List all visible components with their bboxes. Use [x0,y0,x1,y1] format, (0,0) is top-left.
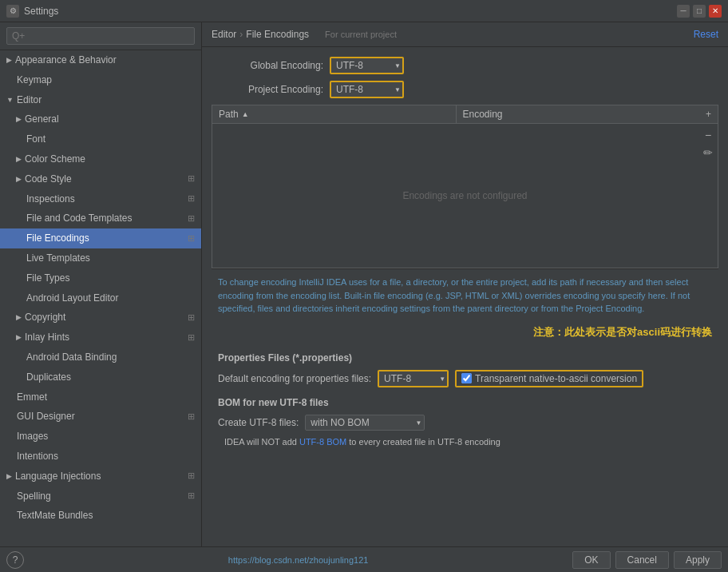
project-encoding-select[interactable]: UTF-8UTF-16ISO-8859-1GBKGB2312Big5 [330,81,404,98]
settings-icon: ⊞ [188,312,195,324]
sidebar-item-color-scheme[interactable]: ▶Color Scheme [0,149,201,169]
transparent-conversion-checkbox[interactable] [461,373,472,383]
sidebar-item-inspections[interactable]: Inspections⊞ [0,189,201,209]
project-encoding-row: Project Encoding: UTF-8UTF-16ISO-8859-1G… [212,81,718,98]
close-button[interactable]: ✕ [709,5,722,18]
transparent-conversion-wrapper: Transparent native-to-ascii conversion [455,370,643,387]
annotation-text: 注意：此处表示是否对ascii码进行转换 [212,322,718,343]
table-col-encoding: Encoding [457,105,700,123]
props-encoding-select[interactable]: UTF-8UTF-16ISO-8859-1GBKGB2312Big5 [378,370,449,387]
global-encoding-select-wrapper: UTF-8UTF-16ISO-8859-1GBKGB2312Big5 [330,57,404,74]
ok-button[interactable]: OK [572,551,610,569]
bom-section: BOM for new UTF-8 files Create UTF-8 fil… [212,397,718,448]
table-col-path: Path ▲ [212,105,457,123]
sidebar-item-spelling[interactable]: Spelling⊞ [0,487,201,506]
default-encoding-label: Default encoding for properties files: [218,373,371,384]
global-encoding-select[interactable]: UTF-8UTF-16ISO-8859-1GBKGB2312Big5 [330,57,404,74]
breadcrumb-separator: › [239,29,243,40]
sidebar-item-label: Android Layout Editor [26,292,118,305]
maximize-button[interactable]: □ [693,5,706,18]
sidebar-item-editor[interactable]: ▼Editor [0,90,201,110]
sidebar-item-keymap[interactable]: Keymap [0,70,201,90]
project-encoding-label: Project Encoding: [212,84,323,95]
sidebar-item-label: TextMate Bundles [17,509,93,522]
minimize-button[interactable]: ─ [677,5,690,18]
content-area: Editor › File Encodings For current proj… [202,22,728,546]
sidebar-item-copyright[interactable]: ▶Copyright⊞ [0,308,201,328]
sidebar-item-label: Inspections [26,193,75,206]
sidebar-item-file-code-templates[interactable]: File and Code Templates⊞ [0,209,201,228]
table-add-button[interactable]: + [699,105,718,123]
bom-select[interactable]: with NO BOMwith BOMalways add BOM [305,415,425,431]
cancel-button[interactable]: Cancel [615,551,669,569]
breadcrumb: Editor › File Encodings For current proj… [212,29,694,40]
expand-arrow: ▶ [16,332,22,343]
table-header: Path ▲ Encoding + [212,105,718,124]
bom-select-wrapper: with NO BOMwith BOMalways add BOM [305,415,425,431]
sidebar-item-label: Images [17,430,48,443]
breadcrumb-root: Editor [212,29,236,40]
bom-section-title: BOM for new UTF-8 files [218,397,712,408]
sidebar-item-code-style[interactable]: ▶Code Style⊞ [0,169,201,189]
sidebar-item-file-types[interactable]: File Types [0,268,201,288]
search-box [0,22,201,50]
sidebar-item-android-layout[interactable]: Android Layout Editor [0,288,201,308]
content-body: Global Encoding: UTF-8UTF-16ISO-8859-1GB… [202,47,728,546]
sidebar-item-duplicates[interactable]: Duplicates [0,367,201,387]
title-bar: ⚙ Settings ─ □ ✕ [0,0,728,22]
sidebar-item-label: GUI Designer [17,410,75,423]
breadcrumb-current: File Encodings [246,29,309,40]
settings-icon: ⊞ [188,173,195,185]
sidebar-item-label: File Encodings [26,232,89,245]
sidebar-item-label: Language Injections [15,470,101,483]
sidebar-item-file-encodings[interactable]: File Encodings⊞ [0,228,201,248]
sidebar-item-label: General [25,113,59,126]
properties-encoding-row: Default encoding for properties files: U… [218,370,712,387]
sidebar-item-android-databinding[interactable]: Android Data Binding [0,348,201,367]
expand-arrow: ▼ [6,95,14,105]
sidebar-item-language-injections[interactable]: ▶Language Injections⊞ [0,467,201,487]
sidebar-item-gui-designer[interactable]: GUI Designer⊞ [0,407,201,427]
properties-section-title: Properties Files (*.properties) [218,352,712,363]
table-edit-button[interactable]: ✏ [702,145,714,161]
help-button[interactable]: ? [6,551,24,569]
settings-icon: ⊞ [188,411,195,423]
window-icon: ⚙ [6,5,19,18]
apply-button[interactable]: Apply [674,551,722,569]
sidebar-item-textmate-bundles[interactable]: TextMate Bundles [0,506,201,526]
sidebar-item-label: Color Scheme [25,153,85,166]
content-header: Editor › File Encodings For current proj… [202,22,728,47]
table-minus-button[interactable]: − [702,127,714,143]
bom-highlight: UTF-8 BOM [299,437,346,447]
sidebar-item-font[interactable]: Font [0,129,201,149]
table-actions: − ✏ [698,124,718,164]
sidebar-item-label: Keymap [17,73,52,87]
sidebar-item-appearance[interactable]: ▶Appearance & Behavior [0,50,201,70]
search-input[interactable] [6,27,195,45]
sidebar-item-images[interactable]: Images [0,427,201,447]
bom-row: Create UTF-8 files: with NO BOMwith BOMa… [218,415,712,431]
for-project-label: For current project [325,30,397,39]
info-text: To change encoding IntelliJ IDEA uses fo… [212,268,718,322]
sidebar-item-label: Copyright [25,311,65,324]
props-encoding-select-wrapper: UTF-8UTF-16ISO-8859-1GBKGB2312Big5 [378,370,449,387]
table-empty-message: Encodings are not configured [402,190,527,201]
global-encoding-label: Global Encoding: [212,60,323,71]
expand-arrow: ▶ [16,174,22,185]
expand-arrow: ▶ [6,55,12,66]
sidebar-item-intentions[interactable]: Intentions [0,447,201,467]
sidebar-item-inlay-hints[interactable]: ▶Inlay Hints⊞ [0,328,201,348]
transparent-conversion-label: Transparent native-to-ascii conversion [475,373,637,384]
main-container: ▶Appearance & BehaviorKeymap▼Editor▶Gene… [0,22,728,546]
sidebar-item-label: Editor [17,93,42,107]
project-encoding-select-wrapper: UTF-8UTF-16ISO-8859-1GBKGB2312Big5 [330,81,404,98]
sidebar-item-label: Duplicates [26,371,71,384]
reset-button[interactable]: Reset [694,29,718,40]
sidebar-item-general[interactable]: ▶General [0,109,201,129]
sidebar-item-label: Emmet [17,391,47,404]
sidebar-item-emmet[interactable]: Emmet [0,387,201,407]
properties-section: Properties Files (*.properties) Default … [212,352,718,387]
sidebar-item-live-templates[interactable]: Live Templates [0,248,201,268]
settings-icon: ⊞ [188,490,195,502]
sidebar-item-label: File and Code Templates [26,212,133,225]
